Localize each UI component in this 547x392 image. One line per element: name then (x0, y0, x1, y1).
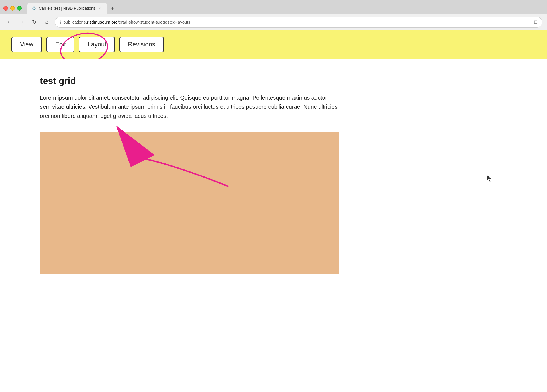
url-protocol: publications. (63, 20, 87, 24)
tab-title: Carrie's test | RISD Publications (39, 6, 95, 11)
tab-bar: ⚓ Carrie's test | RISD Publications × + (0, 0, 547, 14)
url-text: publications.risdmuseum.org/grad-show-st… (63, 20, 532, 24)
browser-chrome: ⚓ Carrie's test | RISD Publications × + … (0, 0, 547, 30)
reader-mode-icon[interactable]: ⊡ (534, 19, 538, 25)
cms-toolbar: View Edit Layout Revisions (0, 30, 547, 59)
nav-bar: ← → ↻ ⌂ ℹ publications.risdmuseum.org/gr… (0, 14, 547, 30)
url-domain: risdmuseum.org (87, 20, 118, 24)
tab-close-button[interactable]: × (98, 6, 102, 11)
image-placeholder (40, 132, 339, 274)
home-button[interactable]: ⌂ (42, 18, 51, 27)
minimize-button[interactable] (10, 6, 15, 11)
page-title: test grid (40, 76, 519, 86)
back-button[interactable]: ← (5, 18, 14, 27)
traffic-lights (3, 6, 22, 11)
url-path: /grad-show-student-suggested-layouts (118, 20, 190, 24)
close-button[interactable] (3, 6, 8, 11)
edit-button[interactable]: Edit (46, 37, 74, 52)
page-content: test grid Lorem ipsum dolor sit amet, co… (0, 59, 547, 291)
page-body: Lorem ipsum dolor sit amet, consectetur … (40, 93, 339, 120)
revisions-button[interactable]: Revisions (119, 37, 164, 52)
info-icon: ℹ (60, 20, 61, 24)
layout-button[interactable]: Layout (79, 37, 115, 52)
forward-button[interactable]: → (17, 18, 26, 27)
address-bar[interactable]: ℹ publications.risdmuseum.org/grad-show-… (55, 17, 542, 28)
new-tab-button[interactable]: + (108, 4, 117, 13)
maximize-button[interactable] (17, 6, 22, 11)
active-tab[interactable]: ⚓ Carrie's test | RISD Publications × (27, 3, 107, 14)
tab-favicon: ⚓ (32, 6, 36, 11)
reload-button[interactable]: ↻ (30, 18, 39, 27)
view-button[interactable]: View (11, 37, 42, 52)
